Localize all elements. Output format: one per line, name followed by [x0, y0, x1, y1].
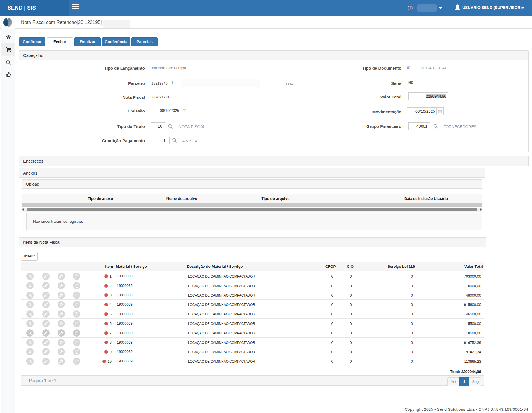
svg-text:7: 7: [184, 110, 185, 112]
svg-text:7: 7: [439, 111, 441, 113]
